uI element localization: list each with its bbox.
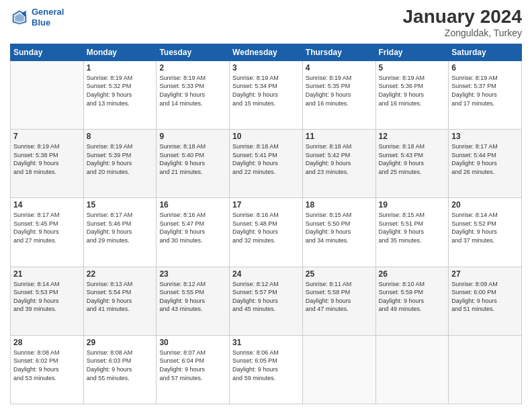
day-number: 23 bbox=[159, 269, 226, 279]
table-row: 4Sunrise: 8:19 AMSunset: 5:35 PMDaylight… bbox=[302, 60, 375, 129]
day-info: Sunrise: 8:16 AMSunset: 5:47 PMDaylight:… bbox=[159, 211, 226, 244]
day-number: 16 bbox=[159, 200, 226, 210]
logo-line2: Blue bbox=[32, 17, 64, 28]
col-thursday: Thursday bbox=[302, 44, 375, 60]
day-info: Sunrise: 8:16 AMSunset: 5:48 PMDaylight:… bbox=[232, 211, 300, 244]
table-row: 1Sunrise: 8:19 AMSunset: 5:32 PMDaylight… bbox=[83, 60, 157, 129]
table-row bbox=[11, 60, 84, 129]
day-number: 31 bbox=[232, 338, 300, 347]
day-number: 25 bbox=[306, 269, 373, 279]
table-row bbox=[302, 335, 375, 404]
table-row: 12Sunrise: 8:18 AMSunset: 5:43 PMDayligh… bbox=[375, 130, 449, 198]
day-number: 19 bbox=[379, 200, 446, 210]
day-number: 9 bbox=[159, 132, 226, 141]
table-row: 26Sunrise: 8:10 AMSunset: 5:59 PMDayligh… bbox=[375, 267, 449, 335]
calendar-week-row: 1Sunrise: 8:19 AMSunset: 5:32 PMDaylight… bbox=[11, 60, 522, 129]
table-row: 25Sunrise: 8:11 AMSunset: 5:58 PMDayligh… bbox=[302, 267, 375, 335]
table-row: 16Sunrise: 8:16 AMSunset: 5:47 PMDayligh… bbox=[157, 198, 230, 267]
day-info: Sunrise: 8:12 AMSunset: 5:57 PMDaylight:… bbox=[232, 280, 300, 314]
day-number: 22 bbox=[87, 269, 154, 279]
logo-icon bbox=[10, 8, 29, 27]
day-info: Sunrise: 8:17 AMSunset: 5:44 PMDaylight:… bbox=[451, 142, 519, 176]
table-row bbox=[449, 335, 522, 404]
logo: General Blue bbox=[10, 7, 64, 28]
day-number: 10 bbox=[232, 132, 300, 141]
table-row: 29Sunrise: 8:08 AMSunset: 6:03 PMDayligh… bbox=[83, 335, 157, 404]
day-info: Sunrise: 8:19 AMSunset: 5:32 PMDaylight:… bbox=[87, 74, 154, 107]
day-info: Sunrise: 8:08 AMSunset: 6:03 PMDaylight:… bbox=[87, 349, 154, 382]
day-info: Sunrise: 8:19 AMSunset: 5:34 PMDaylight:… bbox=[232, 74, 300, 107]
day-number: 18 bbox=[306, 200, 373, 210]
day-info: Sunrise: 8:15 AMSunset: 5:51 PMDaylight:… bbox=[379, 211, 446, 244]
table-row: 14Sunrise: 8:17 AMSunset: 5:45 PMDayligh… bbox=[11, 198, 84, 267]
table-row: 10Sunrise: 8:18 AMSunset: 5:41 PMDayligh… bbox=[230, 130, 303, 198]
day-number: 11 bbox=[306, 132, 373, 141]
table-row: 7Sunrise: 8:19 AMSunset: 5:38 PMDaylight… bbox=[11, 130, 84, 198]
calendar-table: Sunday Monday Tuesday Wednesday Thursday… bbox=[10, 44, 522, 404]
day-info: Sunrise: 8:19 AMSunset: 5:39 PMDaylight:… bbox=[87, 142, 154, 176]
day-number: 20 bbox=[451, 200, 519, 210]
day-number: 24 bbox=[232, 269, 300, 279]
day-number: 26 bbox=[379, 269, 446, 279]
table-row: 22Sunrise: 8:13 AMSunset: 5:54 PMDayligh… bbox=[83, 267, 157, 335]
calendar-week-row: 14Sunrise: 8:17 AMSunset: 5:45 PMDayligh… bbox=[11, 198, 522, 267]
day-info: Sunrise: 8:18 AMSunset: 5:43 PMDaylight:… bbox=[379, 142, 446, 176]
month-title: January 2024 bbox=[403, 7, 522, 28]
table-row: 17Sunrise: 8:16 AMSunset: 5:48 PMDayligh… bbox=[230, 198, 303, 267]
table-row: 21Sunrise: 8:14 AMSunset: 5:53 PMDayligh… bbox=[11, 267, 84, 335]
logo-line1: General bbox=[32, 7, 64, 17]
table-row: 23Sunrise: 8:12 AMSunset: 5:55 PMDayligh… bbox=[157, 267, 230, 335]
table-row: 2Sunrise: 8:19 AMSunset: 5:33 PMDaylight… bbox=[157, 60, 230, 129]
table-row: 19Sunrise: 8:15 AMSunset: 5:51 PMDayligh… bbox=[375, 198, 449, 267]
page: General Blue January 2024 Zonguldak, Tur… bbox=[0, 0, 532, 411]
day-info: Sunrise: 8:11 AMSunset: 5:58 PMDaylight:… bbox=[306, 280, 373, 314]
day-info: Sunrise: 8:17 AMSunset: 5:46 PMDaylight:… bbox=[87, 211, 154, 244]
day-info: Sunrise: 8:07 AMSunset: 6:04 PMDaylight:… bbox=[159, 349, 226, 382]
day-info: Sunrise: 8:13 AMSunset: 5:54 PMDaylight:… bbox=[87, 280, 154, 314]
day-number: 7 bbox=[13, 132, 81, 141]
day-info: Sunrise: 8:09 AMSunset: 6:00 PMDaylight:… bbox=[451, 280, 519, 314]
day-info: Sunrise: 8:06 AMSunset: 6:05 PMDaylight:… bbox=[232, 349, 300, 382]
calendar-week-row: 21Sunrise: 8:14 AMSunset: 5:53 PMDayligh… bbox=[11, 267, 522, 335]
day-number: 6 bbox=[451, 63, 519, 73]
calendar-body: 1Sunrise: 8:19 AMSunset: 5:32 PMDaylight… bbox=[11, 60, 522, 404]
day-info: Sunrise: 8:19 AMSunset: 5:38 PMDaylight:… bbox=[13, 142, 81, 176]
day-info: Sunrise: 8:19 AMSunset: 5:35 PMDaylight:… bbox=[306, 74, 373, 107]
day-info: Sunrise: 8:10 AMSunset: 5:59 PMDaylight:… bbox=[379, 280, 446, 314]
day-number: 2 bbox=[159, 63, 226, 73]
day-info: Sunrise: 8:18 AMSunset: 5:40 PMDaylight:… bbox=[159, 142, 226, 176]
table-row: 9Sunrise: 8:18 AMSunset: 5:40 PMDaylight… bbox=[157, 130, 230, 198]
col-tuesday: Tuesday bbox=[157, 44, 230, 60]
calendar-week-row: 7Sunrise: 8:19 AMSunset: 5:38 PMDaylight… bbox=[11, 130, 522, 198]
col-wednesday: Wednesday bbox=[230, 44, 303, 60]
day-number: 15 bbox=[87, 200, 154, 210]
day-number: 13 bbox=[451, 132, 519, 141]
day-number: 1 bbox=[87, 63, 154, 73]
day-number: 30 bbox=[159, 338, 226, 347]
location-subtitle: Zonguldak, Turkey bbox=[403, 28, 522, 38]
day-info: Sunrise: 8:14 AMSunset: 5:52 PMDaylight:… bbox=[451, 211, 519, 244]
day-number: 12 bbox=[379, 132, 446, 141]
day-number: 5 bbox=[379, 63, 446, 73]
logo-text: General Blue bbox=[32, 7, 64, 28]
header: General Blue January 2024 Zonguldak, Tur… bbox=[10, 7, 522, 38]
day-info: Sunrise: 8:19 AMSunset: 5:36 PMDaylight:… bbox=[379, 74, 446, 107]
day-info: Sunrise: 8:18 AMSunset: 5:42 PMDaylight:… bbox=[306, 142, 373, 176]
col-monday: Monday bbox=[83, 44, 157, 60]
day-number: 8 bbox=[87, 132, 154, 141]
table-row: 6Sunrise: 8:19 AMSunset: 5:37 PMDaylight… bbox=[449, 60, 522, 129]
day-number: 17 bbox=[232, 200, 300, 210]
table-row: 18Sunrise: 8:15 AMSunset: 5:50 PMDayligh… bbox=[302, 198, 375, 267]
table-row bbox=[375, 335, 449, 404]
day-number: 3 bbox=[232, 63, 300, 73]
day-info: Sunrise: 8:15 AMSunset: 5:50 PMDaylight:… bbox=[306, 211, 373, 244]
table-row: 27Sunrise: 8:09 AMSunset: 6:00 PMDayligh… bbox=[449, 267, 522, 335]
day-info: Sunrise: 8:12 AMSunset: 5:55 PMDaylight:… bbox=[159, 280, 226, 314]
col-sunday: Sunday bbox=[11, 44, 84, 60]
table-row: 31Sunrise: 8:06 AMSunset: 6:05 PMDayligh… bbox=[230, 335, 303, 404]
calendar-week-row: 28Sunrise: 8:08 AMSunset: 6:02 PMDayligh… bbox=[11, 335, 522, 404]
table-row: 13Sunrise: 8:17 AMSunset: 5:44 PMDayligh… bbox=[449, 130, 522, 198]
col-friday: Friday bbox=[375, 44, 449, 60]
day-info: Sunrise: 8:08 AMSunset: 6:02 PMDaylight:… bbox=[13, 349, 81, 382]
table-row: 3Sunrise: 8:19 AMSunset: 5:34 PMDaylight… bbox=[230, 60, 303, 129]
